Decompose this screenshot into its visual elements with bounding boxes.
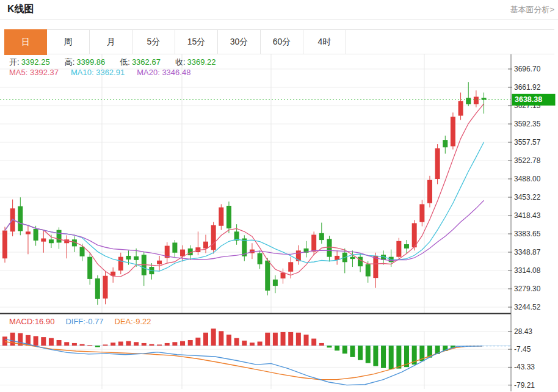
low-item: 低:3362.67 xyxy=(120,57,161,68)
tab-15min[interactable]: 15分 xyxy=(175,30,218,54)
tab-60min[interactable]: 60分 xyxy=(261,30,303,54)
low-value: 3362.67 xyxy=(132,57,161,67)
tab-day[interactable]: 日 xyxy=(4,29,47,55)
candlestick-layer xyxy=(2,82,487,305)
high-item: 高:3399.86 xyxy=(65,57,106,68)
page-title: K线图 xyxy=(7,3,34,16)
svg-text:3696.70: 3696.70 xyxy=(514,65,541,73)
ma20-item: MA20: 3346.48 xyxy=(137,68,190,77)
grid-layer xyxy=(0,54,511,389)
open-value: 3392.25 xyxy=(21,57,50,67)
current-price-marker: 3638.38 xyxy=(512,94,556,106)
svg-text:3314.08: 3314.08 xyxy=(514,266,541,275)
dea-value: DEA:-9.22 xyxy=(115,317,151,326)
ma5-item: MA5: 3392.37 xyxy=(9,68,59,77)
dea-line xyxy=(5,342,482,380)
tab-30min[interactable]: 30分 xyxy=(218,30,261,54)
ohlc-legend: 开:3392.25 高:3399.86 低:3362.67 收:3369.22 xyxy=(9,57,216,68)
open-item: 开:3392.25 xyxy=(9,57,50,68)
ma10-item: MA10: 3362.91 xyxy=(71,68,125,77)
high-value: 3399.86 xyxy=(76,57,105,67)
svg-text:3522.78: 3522.78 xyxy=(514,156,541,165)
svg-text:-43.33: -43.33 xyxy=(514,363,535,371)
svg-text:3383.65: 3383.65 xyxy=(514,230,541,238)
svg-text:3348.87: 3348.87 xyxy=(514,248,541,256)
macd-layer xyxy=(2,328,510,385)
svg-text:-79.21: -79.21 xyxy=(514,381,535,390)
svg-text:3557.57: 3557.57 xyxy=(514,138,541,147)
macd-value: MACD:16.90 xyxy=(9,317,54,326)
tab-week[interactable]: 周 xyxy=(47,30,90,54)
svg-text:3453.22: 3453.22 xyxy=(514,193,541,201)
diff-value: DIFF:-0.77 xyxy=(65,317,103,326)
svg-text:28.43: 28.43 xyxy=(514,327,532,336)
ma-legend: MA5: 3392.37 MA10: 3362.91 MA20: 3346.48 xyxy=(9,68,190,77)
close-value: 3369.22 xyxy=(187,57,216,67)
svg-text:3638.38: 3638.38 xyxy=(515,95,542,104)
svg-text:3418.43: 3418.43 xyxy=(514,211,541,220)
svg-text:3279.30: 3279.30 xyxy=(514,285,541,293)
svg-text:3592.35: 3592.35 xyxy=(514,120,541,128)
fundamental-analysis-link[interactable]: 基本面分析> xyxy=(510,4,554,15)
diff-line xyxy=(5,339,482,385)
macd-legend: MACD:16.90 DIFF:-0.77 DEA:-9.22 xyxy=(9,317,151,326)
page-header: K线图 基本面分析> xyxy=(0,0,558,20)
tab-4hour[interactable]: 4时 xyxy=(303,30,346,54)
close-item: 收:3369.22 xyxy=(175,57,216,68)
svg-text:3661.92: 3661.92 xyxy=(514,83,541,92)
ma-layer xyxy=(0,100,511,276)
svg-text:3488.00: 3488.00 xyxy=(514,175,541,183)
svg-text:-7.45: -7.45 xyxy=(514,345,531,354)
tab-month[interactable]: 月 xyxy=(90,30,132,54)
svg-text:3244.52: 3244.52 xyxy=(514,303,541,311)
tab-5min[interactable]: 5分 xyxy=(132,30,175,54)
period-tab-bar: 日 周 月 5分 15分 30分 60分 4时 xyxy=(4,29,554,54)
